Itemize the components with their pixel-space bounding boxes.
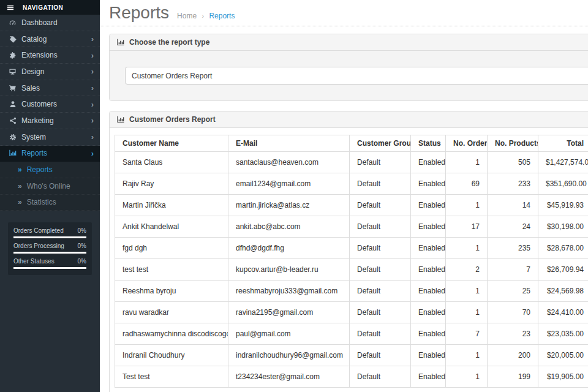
table-cell: Reeshma byroju <box>115 281 228 302</box>
bar-chart-icon <box>116 39 125 46</box>
table-cell: fgd dgh <box>115 238 228 259</box>
table-cell: paul@gmail.com <box>228 323 350 345</box>
table-cell: Santa Claus <box>115 152 228 173</box>
table-cell: Enabled <box>411 173 446 195</box>
table-cell: $28,678.00 <box>538 238 588 259</box>
page-header: Reports Home › Reports <box>100 0 588 26</box>
table-cell: email1234@gmail.com <box>228 173 350 195</box>
table-cell: 2 <box>446 259 488 281</box>
table-cell: 25 <box>488 281 538 302</box>
table-cell: 200 <box>488 345 538 366</box>
sidebar-item-label: Extensions <box>21 51 58 59</box>
sidebar-item-label: Dashboard <box>21 18 58 27</box>
table-row: Indranil Choudhuryindranilchoudhury96@gm… <box>115 345 588 366</box>
stat-value: 0% <box>78 258 86 265</box>
sidebar-item-customers[interactable]: Customers› <box>0 96 100 113</box>
report-panel-heading: Customer Orders Report <box>110 111 588 128</box>
table-cell: Default <box>350 259 411 281</box>
table-row: radhaswamychinna discodiscogoodpaul@gmai… <box>115 323 588 345</box>
double-angle-right-icon: » <box>18 182 22 190</box>
double-angle-right-icon: » <box>18 165 22 174</box>
share-icon <box>8 117 17 124</box>
table-cell: Enabled <box>411 366 446 388</box>
table-cell: dfhd@dgdf.fhg <box>228 238 350 259</box>
submenu-item-statistics[interactable]: »Statistics <box>0 195 100 211</box>
cart-icon <box>8 85 17 92</box>
report-panel-title: Customer Orders Report <box>129 115 216 124</box>
table-row: Reeshma byrojureeshmabyroju333@gmail.com… <box>115 281 588 302</box>
bar-chart-icon <box>8 149 17 157</box>
table-cell: $351,690.00 <box>538 173 588 195</box>
breadcrumb-home-link[interactable]: Home <box>177 12 197 20</box>
sidebar-item-label: Sales <box>21 84 40 92</box>
opencart-admin-app: NAVIGATION DashboardCatalog›Extensions›D… <box>0 0 588 392</box>
main-content: Reports Home › Reports Choose the report… <box>100 0 588 392</box>
sidebar-navigation-header: NAVIGATION <box>0 0 100 15</box>
table-cell: Default <box>350 195 411 216</box>
table-cell: Default <box>350 152 411 173</box>
submenu-item-who-s-online[interactable]: »Who's Online <box>0 178 100 195</box>
sidebar-menu: DashboardCatalog›Extensions›Design›Sales… <box>0 15 100 162</box>
stat-row-top: Orders Processing0% <box>13 243 86 249</box>
table-cell: Test test <box>115 366 228 388</box>
table-cell: 17 <box>446 216 488 238</box>
breadcrumb-current-link[interactable]: Reports <box>209 12 235 20</box>
table-cell: radhaswamychinna discodiscogood <box>115 323 228 345</box>
table-cell: Enabled <box>411 216 446 238</box>
table-cell: Ankit Khandelwal <box>115 216 228 238</box>
report-type-panel-body: Customer Orders Report <box>110 51 588 100</box>
sidebar-item-catalog[interactable]: Catalog› <box>0 31 100 48</box>
breadcrumb-separator: › <box>202 12 204 20</box>
table-cell: 1 <box>446 238 488 259</box>
column-header-no-products: No. Products <box>488 135 538 152</box>
table-cell: kupcov.artur@b-leader.ru <box>228 259 350 281</box>
gear-icon <box>8 134 17 141</box>
table-cell: $1,427,574.00 <box>538 152 588 173</box>
stat-progress-bar <box>13 267 86 269</box>
sidebar-item-label: Catalog <box>21 35 47 43</box>
sidebar-item-label: Customers <box>21 100 57 108</box>
hamburger-icon <box>6 4 15 11</box>
table-row: Ankit Khandelwalankit.abc@abc.comDefault… <box>115 216 588 238</box>
table-cell: Default <box>350 366 411 388</box>
sidebar-item-marketing[interactable]: Marketing› <box>0 113 100 129</box>
table-cell: 69 <box>446 173 488 195</box>
sidebar-stat-other-statuses: Other Statuses0% <box>13 258 86 269</box>
table-cell: 505 <box>488 152 538 173</box>
stat-value: 0% <box>78 243 86 249</box>
table-cell: $20,005.00 <box>538 345 588 366</box>
sidebar-header-label: NAVIGATION <box>23 4 63 11</box>
submenu-item-label: Who's Online <box>27 182 70 190</box>
sidebar-item-label: Marketing <box>21 116 54 125</box>
table-row: Rajiv Rayemail1234@gmail.comDefaultEnabl… <box>115 173 588 195</box>
table-cell: Enabled <box>411 259 446 281</box>
table-cell: reeshmabyroju333@gmail.com <box>228 281 350 302</box>
chevron-right-icon: › <box>91 51 94 59</box>
sidebar-item-reports[interactable]: Reports› <box>0 146 100 162</box>
sidebar-item-design[interactable]: Design› <box>0 64 100 80</box>
sidebar-item-label: System <box>21 133 46 141</box>
sidebar-item-system[interactable]: System› <box>0 129 100 146</box>
stat-label: Orders Processing <box>13 243 64 249</box>
table-row: ravu waradkarravina2195@gmail.comDefault… <box>115 302 588 323</box>
table-cell: 1 <box>446 281 488 302</box>
table-cell: 1 <box>446 152 488 173</box>
report-type-select[interactable]: Customer Orders Report <box>125 67 588 85</box>
table-cell: indranilchoudhury96@gmail.com <box>228 345 350 366</box>
submenu-item-reports[interactable]: »Reports <box>0 162 100 178</box>
table-cell: $19,905.00 <box>538 366 588 388</box>
table-cell: ravina2195@gmail.com <box>228 302 350 323</box>
table-cell: $24,410.00 <box>538 302 588 323</box>
chevron-right-icon: › <box>91 149 94 157</box>
user-icon <box>8 100 17 108</box>
customer-orders-report-panel: Customer Orders Report Customer NameE-Ma… <box>109 111 588 392</box>
table-cell: $26,709.94 <box>538 259 588 281</box>
table-cell: Enabled <box>411 323 446 345</box>
table-row: Martin Jiřičkamartin.jiricka@atlas.czDef… <box>115 195 588 216</box>
table-cell: Martin Jiřička <box>115 195 228 216</box>
chevron-right-icon: › <box>91 100 94 108</box>
sidebar-item-extensions[interactable]: Extensions› <box>0 47 100 64</box>
stat-row-top: Orders Completed0% <box>13 227 86 234</box>
sidebar-item-sales[interactable]: Sales› <box>0 80 100 97</box>
sidebar-item-dashboard[interactable]: Dashboard <box>0 15 100 31</box>
